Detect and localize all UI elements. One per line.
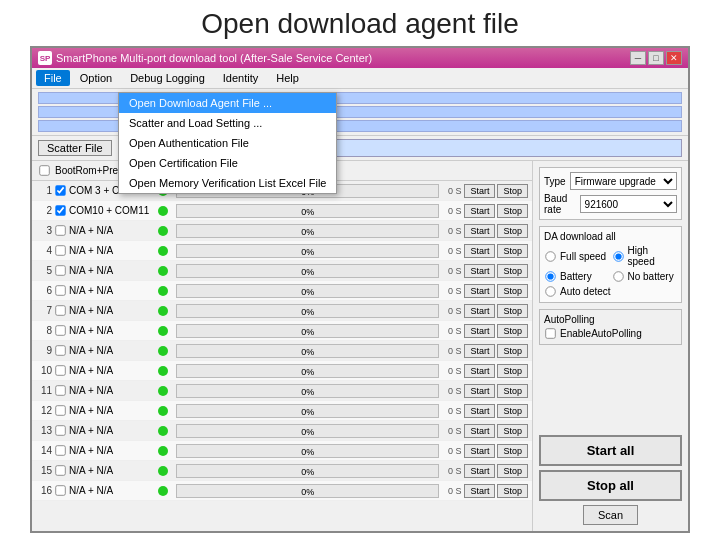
port-num: 3 xyxy=(36,225,52,236)
port-start-btn-2[interactable]: Start xyxy=(464,204,495,218)
baud-select[interactable]: 921600 xyxy=(580,195,677,213)
port-checkbox-5[interactable] xyxy=(55,265,65,275)
port-progress-text: 0% xyxy=(177,485,438,499)
port-led xyxy=(158,406,168,416)
port-start-btn-9[interactable]: Start xyxy=(464,344,495,358)
port-stop-btn-15[interactable]: Stop xyxy=(497,464,528,478)
close-button[interactable]: ✕ xyxy=(666,51,682,65)
da-high-speed-label[interactable]: High speed xyxy=(612,245,678,267)
port-start-btn-8[interactable]: Start xyxy=(464,324,495,338)
port-start-btn-5[interactable]: Start xyxy=(464,264,495,278)
port-checkbox-11[interactable] xyxy=(55,385,65,395)
port-num: 11 xyxy=(36,385,52,396)
port-stop-btn-5[interactable]: Stop xyxy=(497,264,528,278)
menu-help[interactable]: Help xyxy=(268,70,307,86)
right-panel: Type Firmware upgrade Baud rate 921600 D… xyxy=(533,161,688,531)
port-stop-btn-8[interactable]: Stop xyxy=(497,324,528,338)
port-num: 9 xyxy=(36,345,52,356)
da-full-speed-label[interactable]: Full speed xyxy=(544,245,610,267)
port-start-btn-12[interactable]: Start xyxy=(464,404,495,418)
port-start-btn-14[interactable]: Start xyxy=(464,444,495,458)
port-start-btn-1[interactable]: Start xyxy=(464,184,495,198)
da-auto-detect-radio[interactable] xyxy=(545,286,555,296)
menu-debug-logging[interactable]: Debug Logging xyxy=(122,70,213,86)
port-name: N/A + N/A xyxy=(69,305,154,316)
scatter-file-button[interactable]: Scatter File xyxy=(38,140,112,156)
port-stop-btn-6[interactable]: Stop xyxy=(497,284,528,298)
dropdown-item-scatter[interactable]: Scatter and Load Setting ... xyxy=(119,113,336,133)
port-stop-btn-9[interactable]: Stop xyxy=(497,344,528,358)
dropdown-item-auth[interactable]: Open Authentication File xyxy=(119,133,336,153)
port-led xyxy=(158,226,168,236)
port-stop-btn-1[interactable]: Stop xyxy=(497,184,528,198)
minimize-button[interactable]: ─ xyxy=(630,51,646,65)
port-checkbox-6[interactable] xyxy=(55,285,65,295)
da-auto-detect-label[interactable]: Auto detect xyxy=(544,285,677,298)
port-stop-btn-3[interactable]: Stop xyxy=(497,224,528,238)
start-all-button[interactable]: Start all xyxy=(539,435,682,466)
menu-file[interactable]: File xyxy=(36,70,70,86)
port-checkbox-2[interactable] xyxy=(55,205,65,215)
port-checkbox-12[interactable] xyxy=(55,405,65,415)
da-no-battery-label[interactable]: No battery xyxy=(612,270,678,283)
select-all-checkbox[interactable] xyxy=(39,165,49,175)
port-progress-text: 0% xyxy=(177,345,438,359)
port-checkbox-7[interactable] xyxy=(55,305,65,315)
enable-auto-polling-checkbox[interactable] xyxy=(545,328,555,338)
port-progress-text: 0% xyxy=(177,225,438,239)
port-start-btn-11[interactable]: Start xyxy=(464,384,495,398)
port-stop-btn-16[interactable]: Stop xyxy=(497,484,528,498)
menu-identity[interactable]: Identity xyxy=(215,70,266,86)
port-start-btn-13[interactable]: Start xyxy=(464,424,495,438)
menu-option[interactable]: Option xyxy=(72,70,120,86)
dropdown-item-cert[interactable]: Open Certification File xyxy=(119,153,336,173)
port-stop-btn-4[interactable]: Stop xyxy=(497,244,528,258)
da-battery-radio[interactable] xyxy=(545,271,555,281)
port-stop-btn-14[interactable]: Stop xyxy=(497,444,528,458)
port-checkbox-14[interactable] xyxy=(55,445,65,455)
port-time: 0 S xyxy=(443,226,461,236)
stop-all-button[interactable]: Stop all xyxy=(539,470,682,501)
dropdown-item-memory[interactable]: Open Memory Verification List Excel File xyxy=(119,173,336,193)
dropdown-item-open-agent[interactable]: Open Download Agent File ... xyxy=(119,93,336,113)
port-progress-container: 0% xyxy=(176,224,439,238)
port-start-btn-6[interactable]: Start xyxy=(464,284,495,298)
da-no-battery-radio[interactable] xyxy=(613,271,623,281)
port-progress-text: 0% xyxy=(177,325,438,339)
port-checkbox-13[interactable] xyxy=(55,425,65,435)
port-checkbox-1[interactable] xyxy=(55,185,65,195)
port-progress-container: 0% xyxy=(176,484,439,498)
port-stop-btn-7[interactable]: Stop xyxy=(497,304,528,318)
da-battery-label[interactable]: Battery xyxy=(544,270,610,283)
port-checkbox-15[interactable] xyxy=(55,465,65,475)
port-stop-btn-2[interactable]: Stop xyxy=(497,204,528,218)
port-checkbox-4[interactable] xyxy=(55,245,65,255)
port-stop-btn-13[interactable]: Stop xyxy=(497,424,528,438)
scan-button[interactable]: Scan xyxy=(583,505,638,525)
port-time: 0 S xyxy=(443,186,461,196)
type-select[interactable]: Firmware upgrade xyxy=(570,172,677,190)
port-stop-btn-11[interactable]: Stop xyxy=(497,384,528,398)
port-stop-btn-12[interactable]: Stop xyxy=(497,404,528,418)
port-start-btn-7[interactable]: Start xyxy=(464,304,495,318)
port-checkbox-8[interactable] xyxy=(55,325,65,335)
port-start-btn-16[interactable]: Start xyxy=(464,484,495,498)
main-content: BootRom+PreLoader COM Sel All 1 COM 3 + … xyxy=(32,161,688,531)
port-checkbox-3[interactable] xyxy=(55,225,65,235)
da-high-speed-radio[interactable] xyxy=(613,251,623,261)
port-checkbox-9[interactable] xyxy=(55,345,65,355)
port-checkbox-16[interactable] xyxy=(55,485,65,495)
maximize-button[interactable]: □ xyxy=(648,51,664,65)
port-start-btn-10[interactable]: Start xyxy=(464,364,495,378)
port-stop-btn-10[interactable]: Stop xyxy=(497,364,528,378)
port-led xyxy=(158,326,168,336)
port-time: 0 S xyxy=(443,366,461,376)
port-name: N/A + N/A xyxy=(69,265,154,276)
da-full-speed-radio[interactable] xyxy=(545,251,555,261)
port-start-btn-15[interactable]: Start xyxy=(464,464,495,478)
port-start-btn-4[interactable]: Start xyxy=(464,244,495,258)
port-start-btn-3[interactable]: Start xyxy=(464,224,495,238)
enable-auto-polling-label[interactable]: EnableAutoPolling xyxy=(544,327,677,340)
port-name: N/A + N/A xyxy=(69,405,154,416)
port-checkbox-10[interactable] xyxy=(55,365,65,375)
